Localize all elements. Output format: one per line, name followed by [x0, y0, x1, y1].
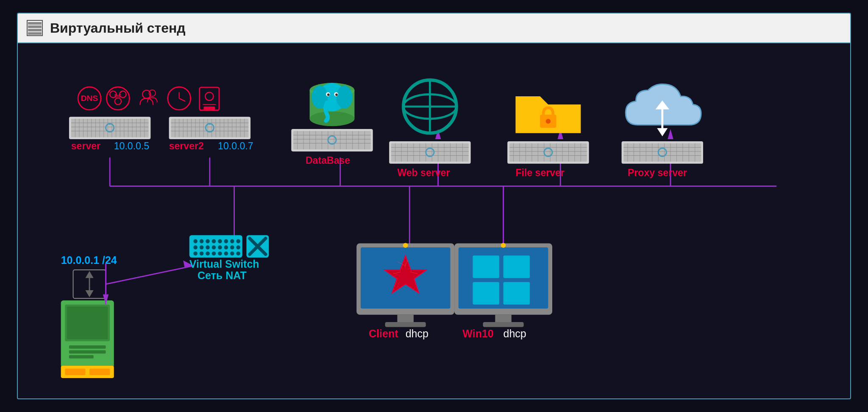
diagram-content: DNS DC [18, 43, 850, 398]
svg-rect-230 [397, 315, 413, 323]
svg-point-208 [230, 245, 234, 249]
svg-point-205 [212, 245, 216, 249]
svg-rect-257 [69, 355, 94, 359]
client-node[interactable]: Client dhcp [356, 243, 454, 339]
svg-rect-239 [473, 282, 499, 305]
svg-text:Proxy server: Proxy server [628, 167, 687, 178]
svg-text:File server: File server [515, 167, 564, 178]
svg-text:10.0.0.5: 10.0.0.5 [114, 140, 149, 151]
svg-point-33 [115, 98, 121, 104]
svg-rect-71 [171, 119, 248, 137]
svg-rect-108 [293, 131, 371, 149]
svg-line-25 [106, 266, 194, 284]
svg-text:Client: Client [369, 328, 398, 339]
server2-node[interactable]: server2 10.0.0.7 [169, 117, 253, 151]
svg-text:server2: server2 [169, 140, 204, 151]
svg-rect-238 [504, 255, 530, 278]
svg-point-202 [193, 245, 198, 249]
svg-point-99 [310, 112, 355, 126]
svg-point-243 [501, 243, 506, 248]
svg-line-38 [179, 98, 185, 101]
svg-rect-255 [69, 345, 106, 349]
svg-text:DataBase: DataBase [306, 155, 350, 166]
svg-rect-1 [28, 22, 42, 25]
svg-point-150 [546, 119, 551, 124]
svg-text:Сеть NAT: Сеть NAT [198, 269, 247, 281]
svg-point-206 [218, 245, 222, 249]
svg-rect-152 [509, 143, 587, 162]
svg-point-197 [212, 239, 216, 244]
svg-rect-241 [495, 315, 511, 323]
svg-rect-240 [504, 282, 530, 305]
svg-rect-4 [28, 32, 42, 35]
svg-point-40 [205, 92, 213, 100]
svg-point-207 [224, 245, 228, 249]
svg-rect-3 [28, 29, 42, 31]
svg-point-195 [200, 239, 204, 244]
svg-rect-231 [385, 322, 426, 327]
svg-point-216 [230, 252, 234, 256]
win10-node[interactable]: Win10 dhcp [454, 243, 552, 339]
svg-text:DNS: DNS [81, 94, 98, 103]
svg-text:server: server [71, 140, 100, 151]
svg-point-105 [327, 93, 330, 96]
svg-point-201 [236, 239, 240, 244]
router-node[interactable]: 10.0.0.1 /24 [61, 254, 117, 378]
svg-point-213 [212, 252, 216, 256]
svg-marker-251 [85, 290, 93, 297]
svg-marker-20 [668, 129, 673, 139]
virtualswitch-node[interactable]: Virtual Switch Сеть NAT [189, 235, 269, 281]
fileserver-node[interactable]: File server [507, 96, 589, 178]
svg-text:Virtual Switch: Virtual Switch [189, 258, 259, 270]
page-title: Виртуальный стенд [50, 20, 186, 36]
svg-text:dhcp: dhcp [504, 328, 526, 339]
svg-point-215 [224, 252, 228, 256]
diagram-svg: DNS DC [18, 43, 850, 398]
svg-point-211 [200, 252, 204, 256]
svg-rect-175 [623, 143, 701, 162]
title-bar: Виртуальный стенд [18, 14, 850, 43]
svg-point-199 [224, 239, 228, 244]
svg-marker-173 [657, 128, 668, 136]
svg-point-198 [218, 239, 222, 244]
svg-rect-131 [391, 143, 469, 162]
svg-text:10.0.0.1 /24: 10.0.0.1 /24 [61, 254, 117, 266]
svg-marker-249 [85, 271, 93, 278]
svg-text:10.0.0.7: 10.0.0.7 [218, 140, 253, 151]
svg-point-217 [236, 252, 240, 256]
svg-text:Web server: Web server [397, 167, 450, 178]
svg-point-106 [335, 93, 338, 96]
main-container: Виртуальный стенд [0, 0, 868, 412]
svg-text:dhcp: dhcp [406, 328, 428, 339]
svg-point-209 [236, 245, 240, 249]
svg-point-200 [230, 239, 234, 244]
svg-point-232 [403, 243, 408, 248]
svg-point-204 [206, 245, 210, 249]
svg-rect-237 [473, 255, 499, 278]
svg-rect-242 [483, 322, 523, 327]
svg-rect-2 [28, 25, 42, 28]
proxyserver-node[interactable]: Proxy server [622, 84, 703, 178]
svg-rect-259 [65, 369, 85, 375]
server-rack-icon [26, 20, 43, 36]
svg-point-196 [206, 239, 210, 244]
svg-rect-256 [69, 350, 106, 353]
diagram-frame: Виртуальный стенд [17, 13, 851, 399]
svg-rect-254 [67, 307, 108, 339]
svg-point-203 [200, 245, 204, 249]
svg-text:Win10: Win10 [462, 328, 493, 339]
svg-point-212 [206, 252, 210, 256]
svg-point-102 [336, 86, 352, 109]
database-node[interactable]: DataBase [291, 83, 373, 165]
svg-point-214 [218, 252, 222, 256]
svg-point-210 [193, 252, 198, 256]
svg-point-194 [193, 239, 198, 244]
svg-rect-42 [203, 107, 215, 110]
webserver-node[interactable]: Web server [389, 80, 470, 178]
svg-rect-260 [89, 369, 110, 375]
svg-rect-44 [71, 119, 149, 137]
